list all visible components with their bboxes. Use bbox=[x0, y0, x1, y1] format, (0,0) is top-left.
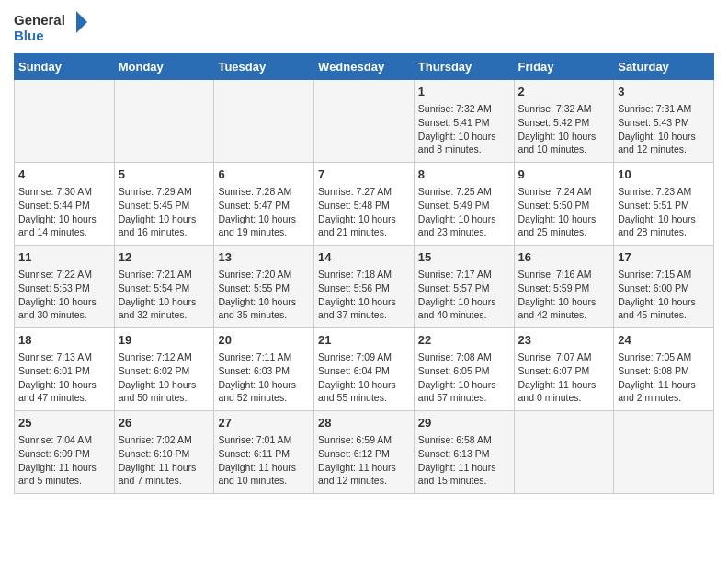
day-info: Sunrise: 7:30 AM Sunset: 5:44 PM Dayligh… bbox=[18, 185, 110, 239]
week-row-3: 11Sunrise: 7:22 AM Sunset: 5:53 PM Dayli… bbox=[15, 246, 714, 328]
day-info: Sunrise: 7:22 AM Sunset: 5:53 PM Dayligh… bbox=[18, 268, 110, 322]
day-number: 8 bbox=[418, 167, 510, 183]
day-number: 29 bbox=[418, 415, 510, 431]
day-info: Sunrise: 7:11 AM Sunset: 6:03 PM Dayligh… bbox=[218, 350, 310, 405]
calendar-cell: 14Sunrise: 7:18 AM Sunset: 5:56 PM Dayli… bbox=[314, 246, 415, 328]
calendar-cell: 16Sunrise: 7:16 AM Sunset: 5:59 PM Dayli… bbox=[514, 246, 614, 328]
day-number: 25 bbox=[18, 415, 110, 431]
header: GeneralBlue bbox=[14, 9, 714, 46]
calendar-cell: 1Sunrise: 7:32 AM Sunset: 5:41 PM Daylig… bbox=[414, 80, 514, 163]
day-info: Sunrise: 7:20 AM Sunset: 5:55 PM Dayligh… bbox=[218, 268, 310, 322]
day-info: Sunrise: 7:23 AM Sunset: 5:51 PM Dayligh… bbox=[618, 185, 710, 239]
day-number: 1 bbox=[418, 84, 510, 100]
day-number: 3 bbox=[618, 84, 710, 100]
day-number: 7 bbox=[318, 167, 410, 183]
calendar-cell: 2Sunrise: 7:32 AM Sunset: 5:42 PM Daylig… bbox=[514, 80, 614, 163]
day-info: Sunrise: 7:13 AM Sunset: 6:01 PM Dayligh… bbox=[18, 350, 110, 405]
calendar-cell: 20Sunrise: 7:11 AM Sunset: 6:03 PM Dayli… bbox=[214, 328, 314, 411]
col-header-wednesday: Wednesday bbox=[314, 54, 415, 80]
day-info: Sunrise: 7:17 AM Sunset: 5:57 PM Dayligh… bbox=[418, 268, 510, 322]
col-header-sunday: Sunday bbox=[15, 54, 115, 80]
day-info: Sunrise: 7:21 AM Sunset: 5:54 PM Dayligh… bbox=[119, 268, 210, 322]
calendar-cell bbox=[514, 411, 614, 494]
day-number: 13 bbox=[218, 249, 310, 266]
svg-marker-2 bbox=[76, 11, 87, 33]
day-info: Sunrise: 7:05 AM Sunset: 6:08 PM Dayligh… bbox=[618, 350, 710, 405]
logo: GeneralBlue bbox=[14, 9, 87, 46]
day-info: Sunrise: 6:58 AM Sunset: 6:13 PM Dayligh… bbox=[418, 433, 510, 488]
day-number: 11 bbox=[18, 249, 110, 266]
day-number: 28 bbox=[318, 415, 410, 431]
day-info: Sunrise: 7:07 AM Sunset: 6:07 PM Dayligh… bbox=[518, 350, 610, 405]
day-number: 21 bbox=[318, 332, 410, 349]
calendar-cell: 19Sunrise: 7:12 AM Sunset: 6:02 PM Dayli… bbox=[114, 328, 214, 411]
day-info: Sunrise: 7:01 AM Sunset: 6:11 PM Dayligh… bbox=[218, 433, 310, 488]
calendar-cell: 23Sunrise: 7:07 AM Sunset: 6:07 PM Dayli… bbox=[514, 328, 614, 411]
day-info: Sunrise: 7:24 AM Sunset: 5:50 PM Dayligh… bbox=[518, 185, 610, 239]
day-info: Sunrise: 7:27 AM Sunset: 5:48 PM Dayligh… bbox=[318, 185, 410, 239]
calendar-cell: 5Sunrise: 7:29 AM Sunset: 5:45 PM Daylig… bbox=[114, 163, 214, 246]
day-number: 18 bbox=[18, 332, 110, 349]
calendar-cell: 17Sunrise: 7:15 AM Sunset: 6:00 PM Dayli… bbox=[614, 246, 714, 328]
calendar-cell: 4Sunrise: 7:30 AM Sunset: 5:44 PM Daylig… bbox=[15, 163, 115, 246]
day-info: Sunrise: 7:31 AM Sunset: 5:43 PM Dayligh… bbox=[618, 102, 710, 156]
day-number: 9 bbox=[518, 167, 610, 183]
logo-icon: GeneralBlue bbox=[14, 9, 87, 46]
week-row-5: 25Sunrise: 7:04 AM Sunset: 6:09 PM Dayli… bbox=[15, 411, 714, 494]
col-header-friday: Friday bbox=[514, 54, 614, 80]
calendar-table: SundayMondayTuesdayWednesdayThursdayFrid… bbox=[14, 53, 714, 494]
day-info: Sunrise: 7:28 AM Sunset: 5:47 PM Dayligh… bbox=[218, 185, 310, 239]
calendar-header-row: SundayMondayTuesdayWednesdayThursdayFrid… bbox=[15, 54, 714, 80]
calendar-cell: 6Sunrise: 7:28 AM Sunset: 5:47 PM Daylig… bbox=[214, 163, 314, 246]
week-row-1: 1Sunrise: 7:32 AM Sunset: 5:41 PM Daylig… bbox=[15, 80, 714, 163]
calendar-cell: 21Sunrise: 7:09 AM Sunset: 6:04 PM Dayli… bbox=[314, 328, 415, 411]
calendar-cell: 26Sunrise: 7:02 AM Sunset: 6:10 PM Dayli… bbox=[114, 411, 214, 494]
calendar-cell: 3Sunrise: 7:31 AM Sunset: 5:43 PM Daylig… bbox=[614, 80, 714, 163]
svg-text:Blue: Blue bbox=[14, 28, 44, 43]
calendar-cell: 18Sunrise: 7:13 AM Sunset: 6:01 PM Dayli… bbox=[15, 328, 115, 411]
calendar-cell: 10Sunrise: 7:23 AM Sunset: 5:51 PM Dayli… bbox=[614, 163, 714, 246]
day-info: Sunrise: 7:12 AM Sunset: 6:02 PM Dayligh… bbox=[119, 350, 210, 405]
calendar-cell bbox=[314, 80, 415, 163]
day-info: Sunrise: 7:15 AM Sunset: 6:00 PM Dayligh… bbox=[618, 268, 710, 322]
calendar-cell: 29Sunrise: 6:58 AM Sunset: 6:13 PM Dayli… bbox=[414, 411, 514, 494]
day-number: 19 bbox=[119, 332, 210, 349]
calendar-cell bbox=[214, 80, 314, 163]
day-info: Sunrise: 6:59 AM Sunset: 6:12 PM Dayligh… bbox=[318, 433, 410, 488]
day-number: 17 bbox=[618, 249, 710, 266]
day-info: Sunrise: 7:25 AM Sunset: 5:49 PM Dayligh… bbox=[418, 185, 510, 239]
day-number: 15 bbox=[418, 249, 510, 266]
day-number: 2 bbox=[518, 84, 610, 100]
day-number: 26 bbox=[119, 415, 210, 431]
calendar-cell bbox=[15, 80, 115, 163]
day-info: Sunrise: 7:18 AM Sunset: 5:56 PM Dayligh… bbox=[318, 268, 410, 322]
day-number: 20 bbox=[218, 332, 310, 349]
col-header-thursday: Thursday bbox=[414, 54, 514, 80]
day-info: Sunrise: 7:32 AM Sunset: 5:42 PM Dayligh… bbox=[518, 102, 610, 156]
col-header-tuesday: Tuesday bbox=[214, 54, 314, 80]
day-number: 16 bbox=[518, 249, 610, 266]
calendar-cell: 25Sunrise: 7:04 AM Sunset: 6:09 PM Dayli… bbox=[15, 411, 115, 494]
day-info: Sunrise: 7:02 AM Sunset: 6:10 PM Dayligh… bbox=[119, 433, 210, 488]
calendar-cell: 12Sunrise: 7:21 AM Sunset: 5:54 PM Dayli… bbox=[114, 246, 214, 328]
week-row-4: 18Sunrise: 7:13 AM Sunset: 6:01 PM Dayli… bbox=[15, 328, 714, 411]
calendar-cell bbox=[114, 80, 214, 163]
day-info: Sunrise: 7:32 AM Sunset: 5:41 PM Dayligh… bbox=[418, 102, 510, 156]
col-header-monday: Monday bbox=[114, 54, 214, 80]
day-number: 23 bbox=[518, 332, 610, 349]
day-number: 24 bbox=[618, 332, 710, 349]
calendar-cell: 24Sunrise: 7:05 AM Sunset: 6:08 PM Dayli… bbox=[614, 328, 714, 411]
col-header-saturday: Saturday bbox=[614, 54, 714, 80]
day-info: Sunrise: 7:29 AM Sunset: 5:45 PM Dayligh… bbox=[119, 185, 210, 239]
day-info: Sunrise: 7:16 AM Sunset: 5:59 PM Dayligh… bbox=[518, 268, 610, 322]
calendar-cell: 15Sunrise: 7:17 AM Sunset: 5:57 PM Dayli… bbox=[414, 246, 514, 328]
svg-text:General: General bbox=[14, 12, 65, 28]
calendar-cell: 11Sunrise: 7:22 AM Sunset: 5:53 PM Dayli… bbox=[15, 246, 115, 328]
calendar-cell: 28Sunrise: 6:59 AM Sunset: 6:12 PM Dayli… bbox=[314, 411, 415, 494]
week-row-2: 4Sunrise: 7:30 AM Sunset: 5:44 PM Daylig… bbox=[15, 163, 714, 246]
day-number: 5 bbox=[119, 167, 210, 183]
day-info: Sunrise: 7:09 AM Sunset: 6:04 PM Dayligh… bbox=[318, 350, 410, 405]
calendar-cell: 9Sunrise: 7:24 AM Sunset: 5:50 PM Daylig… bbox=[514, 163, 614, 246]
day-number: 27 bbox=[218, 415, 310, 431]
calendar-cell: 27Sunrise: 7:01 AM Sunset: 6:11 PM Dayli… bbox=[214, 411, 314, 494]
